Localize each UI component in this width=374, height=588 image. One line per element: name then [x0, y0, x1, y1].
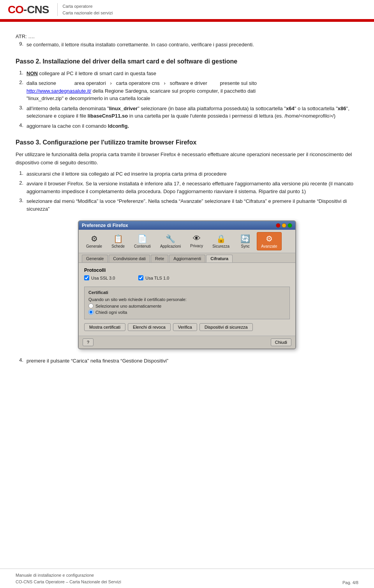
toolbar-btn-applicazioni[interactable]: 🔧 Applicazioni	[156, 232, 185, 250]
dialog-title: Preferenze di Firefox	[82, 223, 128, 228]
mostra-certificati-button[interactable]: Mostra certificati	[84, 323, 125, 331]
passo2-linux: "linux_driver.zip" e decomprimerlo in un…	[26, 95, 150, 101]
footer-page: Pag. 4/8	[342, 580, 358, 585]
dialog-tabs: Generale Condivisione dati Rete Aggiorna…	[79, 253, 295, 263]
ssl-checkbox[interactable]	[84, 275, 89, 280]
logo-subtitle: Carta operatore Carta nazionale dei serv…	[57, 3, 113, 16]
passo3-item2-text: avviare il browser Firefox. Se la versio…	[26, 180, 358, 195]
x64-bold: x64	[286, 106, 295, 111]
toolbar-btn-privacy-label: Privacy	[190, 244, 203, 248]
toolbar-btn-generale[interactable]: ⚙ Generale	[82, 232, 106, 250]
elenchi-revoca-button[interactable]: Elenchi di revoca	[128, 323, 171, 331]
atr-item9: 9. se confermato, il lettore risulta ins…	[16, 41, 358, 49]
tab-cifratura[interactable]: Cifratura	[206, 255, 233, 262]
linux-driver-bold: linux_driver	[109, 106, 138, 111]
cert-when-label: Quando un sito web richiede il certifica…	[88, 297, 286, 302]
passo2-item2-text: dalla sezione area operatori › carta ope…	[26, 79, 358, 102]
header: CO-CNS Carta operatore Carta nazionale d…	[0, 0, 374, 20]
toolbar-btn-sicurezza-label: Sicurezza	[212, 244, 229, 248]
radio-ask[interactable]	[88, 310, 94, 315]
toolbar-btn-sicurezza[interactable]: 🔒 Sicurezza	[208, 232, 234, 250]
logo-cns: CNS	[27, 4, 49, 16]
passo2-item3: 3. all'interno della cartella denominata…	[16, 105, 358, 120]
ssl-row: Usa SSL 3.0	[84, 275, 115, 280]
main-content: ATR: …. 9. se confermato, il lettore ris…	[0, 22, 374, 398]
passo2-item1-text: NON collegare al PC il lettore di smart …	[26, 70, 358, 77]
tab-generale[interactable]: Generale	[82, 255, 108, 262]
toolbar-btn-contenuti[interactable]: 📄 Contenuti	[130, 232, 155, 250]
passo3-item1-num: 1.	[16, 170, 23, 178]
dialog-titlebar: Preferenze di Firefox	[79, 221, 295, 230]
dialog-minimize-ctrl[interactable]	[282, 223, 286, 228]
ssl-label: Usa SSL 3.0	[91, 276, 115, 280]
tls-checkbox[interactable]	[138, 275, 143, 280]
passo2-item4-num: 4.	[16, 122, 23, 130]
dialog-maximize-ctrl[interactable]	[288, 223, 292, 228]
libbase-bold: libaseCnsP11.so	[88, 113, 128, 119]
tab-rete[interactable]: Rete	[151, 255, 168, 262]
passo2-item2-after-link: della Regione Sardegna, scaricare sul pr…	[91, 88, 256, 94]
passo2-section: Passo 2. Installazione del driver della …	[16, 58, 358, 130]
passo3-item3-text: selezionare dal menù “Modifica” la voce …	[26, 197, 358, 213]
dialog-toolbar: ⚙ Generale 📋 Schede 📄 Contenuti 🔧 Applic…	[79, 230, 295, 253]
passo3-item4-num: 4.	[16, 357, 23, 365]
certificati-title: Certificati	[88, 290, 286, 295]
toolbar-btn-avanzate[interactable]: ⚙ Avanzate	[257, 232, 282, 250]
passo3-section: Passo 3. Configurazione per l'utilizzo t…	[16, 139, 358, 365]
passo2-title: Passo 2. Installazione del driver della …	[16, 58, 358, 65]
passo3-item1-text: assicurarsi che il lettore sia collegato…	[26, 170, 358, 178]
tab-aggiornamenti[interactable]: Aggiornamenti	[169, 255, 205, 262]
firefox-dialog: Preferenze di Firefox ⚙ Generale 📋 Sched…	[78, 220, 296, 349]
toolbar-btn-schede[interactable]: 📋 Schede	[107, 232, 129, 250]
passo3-item2: 2. avviare il browser Firefox. Se la ver…	[16, 180, 358, 195]
toolbar-btn-contenuti-label: Contenuti	[134, 244, 151, 248]
atr-item9-num: 9.	[16, 41, 23, 49]
footer-left: Manuale di installazione e configurazion…	[16, 572, 121, 585]
radio2-label: Chiedi ogni volta	[95, 310, 127, 315]
chiudi-button[interactable]: Chiudi	[271, 338, 291, 346]
passo3-item2-num: 2.	[16, 180, 23, 195]
dialog-btns-row: Mostra certificati Elenchi di revoca Ver…	[84, 323, 290, 331]
passo3-item4-text: premere il pulsante “Carica” nella fines…	[26, 357, 358, 365]
applicazioni-icon: 🔧	[166, 234, 175, 243]
passo3-title: Passo 3. Configurazione per l'utilizzo t…	[16, 139, 358, 146]
passo2-item1-rest: collegare al PC il lettore di smart card…	[38, 70, 156, 76]
passo3-item3: 3. selezionare dal menù “Modifica” la vo…	[16, 197, 358, 213]
dialog-close-ctrl[interactable]	[276, 223, 280, 228]
non-underline: NON	[26, 70, 38, 76]
generale-icon: ⚙	[91, 234, 98, 243]
sicurezza-icon: 🔒	[216, 234, 226, 243]
subtitle-line2: Carta nazionale dei servizi	[62, 10, 113, 16]
radio1-label: Selezionane uno automaticamente	[95, 304, 161, 308]
radio2-row: Chiedi ogni volta	[88, 310, 286, 315]
passo2-item1: 1. NON collegare al PC il lettore di sma…	[16, 70, 358, 77]
schede-icon: 📋	[113, 234, 123, 243]
logo: CO-CNS Carta operatore Carta nazionale d…	[8, 3, 113, 16]
protocolli-title: Protocolli	[84, 268, 290, 273]
dispositivi-sicurezza-button[interactable]: Dispositivi di sicurezza	[199, 323, 253, 331]
passo2-item2-num: 2.	[16, 79, 23, 102]
subtitle-line1: Carta operatore	[62, 3, 113, 10]
passo3-item3-num: 3.	[16, 197, 23, 213]
toolbar-btn-privacy[interactable]: 👁 Privacy	[186, 232, 207, 250]
atr-section: ATR: …. 9. se confermato, il lettore ris…	[16, 33, 358, 49]
x86-bold: x86	[338, 106, 346, 111]
toolbar-btn-generale-label: Generale	[86, 244, 102, 248]
radio1-row: Selezionane uno automaticamente	[88, 303, 286, 308]
toolbar-btn-sync[interactable]: 🔄 Sync	[235, 232, 256, 250]
help-button[interactable]: ?	[83, 338, 94, 346]
logo-dash: -	[23, 4, 27, 16]
radio-auto[interactable]	[88, 303, 94, 308]
passo3-intro: Per utilizzare le funzionalità della pro…	[16, 151, 358, 167]
toolbar-btn-sync-label: Sync	[241, 244, 250, 248]
passo2-item3-num: 3.	[16, 105, 23, 120]
dialog-footer: ? Chiudi	[79, 336, 295, 349]
sardegna-link[interactable]: http://www.sardegnasalute.it/	[26, 88, 91, 94]
logo-cocns: CO-CNS	[8, 4, 49, 16]
toolbar-btn-applicazioni-label: Applicazioni	[160, 244, 181, 248]
dialog-controls[interactable]	[276, 223, 292, 228]
passo2-item1-num: 1.	[16, 70, 23, 77]
verifica-button[interactable]: Verifica	[173, 323, 197, 331]
tab-condivisione[interactable]: Condivisione dati	[109, 255, 150, 262]
atr-label: ATR: ….	[16, 33, 358, 39]
